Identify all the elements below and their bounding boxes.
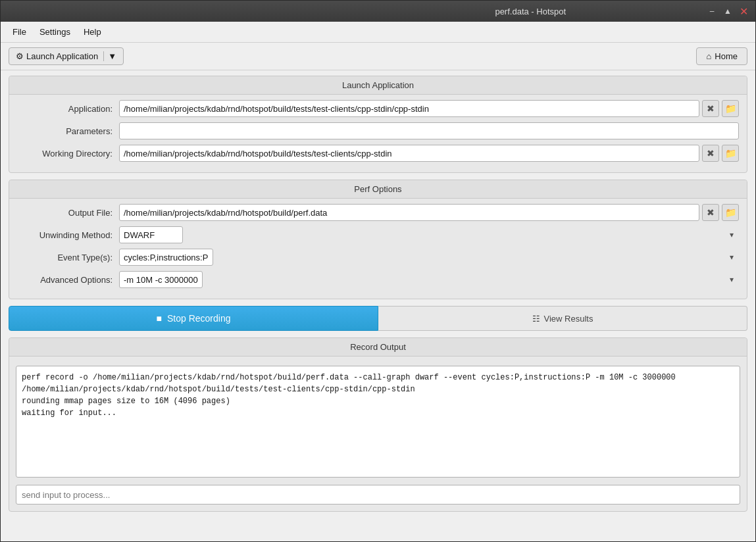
output-file-label: Output File: xyxy=(17,208,119,218)
output-file-input-wrap: ✖ 📁 xyxy=(119,204,739,221)
send-input[interactable] xyxy=(16,485,740,505)
application-row: Application: ✖ 📁 xyxy=(17,100,739,117)
launch-application-body: Application: ✖ 📁 Parameters: xyxy=(9,95,747,172)
working-dir-label: Working Directory: xyxy=(17,149,119,159)
parameters-input-wrap xyxy=(119,122,739,139)
advanced-options-row: Advanced Options: -m 10M -c 3000000 xyxy=(17,271,739,288)
unwinding-input-wrap: DWARF Frame Pointer xyxy=(119,226,739,243)
output-file-input[interactable] xyxy=(119,204,699,221)
stop-recording-label: Stop Recording xyxy=(167,313,231,324)
event-type-input-wrap: cycles:P,instructions:P xyxy=(119,249,739,266)
chart-icon: ☷ xyxy=(532,314,540,324)
output-file-browse-button[interactable]: 📁 xyxy=(722,204,739,221)
output-file-clear-button[interactable]: ✖ xyxy=(702,204,719,221)
application-clear-button[interactable]: ✖ xyxy=(702,100,719,117)
output-file-row: Output File: ✖ 📁 xyxy=(17,204,739,221)
stop-recording-button[interactable]: ■ Stop Recording xyxy=(9,306,378,331)
stop-icon: ■ xyxy=(157,313,162,324)
main-content: Launch Application Application: ✖ 📁 Para… xyxy=(1,70,755,541)
maximize-button[interactable]: ▲ xyxy=(721,5,734,18)
menu-settings[interactable]: Settings xyxy=(33,24,77,39)
application-browse-button[interactable]: 📁 xyxy=(722,100,739,117)
advanced-options-input-wrap: -m 10M -c 3000000 xyxy=(119,271,739,288)
unwinding-select[interactable]: DWARF Frame Pointer xyxy=(119,226,183,243)
unwinding-row: Unwinding Method: DWARF Frame Pointer xyxy=(17,226,739,243)
home-button-label: Home xyxy=(715,51,738,61)
home-icon: ⌂ xyxy=(706,51,711,61)
advanced-options-label: Advanced Options: xyxy=(17,275,119,285)
unwinding-select-wrap: DWARF Frame Pointer xyxy=(119,226,739,243)
working-dir-browse-button[interactable]: 📁 xyxy=(722,145,739,162)
working-dir-row: Working Directory: ✖ 📁 xyxy=(17,145,739,162)
main-window: perf.data - Hotspot – ▲ ✕ File Settings … xyxy=(0,0,756,542)
minimize-button[interactable]: – xyxy=(705,5,718,18)
launch-button-label: Launch Application xyxy=(26,51,98,61)
application-input-wrap: ✖ 📁 xyxy=(119,100,739,117)
view-results-label: View Results xyxy=(544,314,593,324)
close-button[interactable]: ✕ xyxy=(737,5,750,18)
launch-application-panel: Launch Application Application: ✖ 📁 Para… xyxy=(9,76,747,173)
output-textarea[interactable] xyxy=(16,366,740,478)
view-results-button[interactable]: ☷ View Results xyxy=(378,306,747,331)
menu-file[interactable]: File xyxy=(6,24,33,39)
unwinding-label: Unwinding Method: xyxy=(17,230,119,240)
working-dir-input[interactable] xyxy=(119,145,699,162)
chevron-down-icon: ▼ xyxy=(103,51,116,61)
parameters-row: Parameters: xyxy=(17,122,739,139)
application-input[interactable] xyxy=(119,100,699,117)
event-type-row: Event Type(s): cycles:P,instructions:P xyxy=(17,249,739,266)
window-title: perf.data - Hotspot xyxy=(356,7,706,16)
working-dir-input-wrap: ✖ 📁 xyxy=(119,145,739,162)
record-output-panel: Record Output xyxy=(9,337,747,512)
parameters-input[interactable] xyxy=(119,122,739,139)
advanced-options-select-wrap: -m 10M -c 3000000 xyxy=(119,271,739,288)
record-output-title: Record Output xyxy=(9,338,747,357)
titlebar: perf.data - Hotspot – ▲ ✕ xyxy=(1,1,755,22)
working-dir-clear-button[interactable]: ✖ xyxy=(702,145,719,162)
perf-options-panel: Perf Options Output File: ✖ 📁 Unwinding … xyxy=(9,180,747,299)
titlebar-controls: – ▲ ✕ xyxy=(705,5,750,18)
launch-application-button[interactable]: ⚙ Launch Application ▼ xyxy=(9,47,124,65)
event-type-select[interactable]: cycles:P,instructions:P xyxy=(119,249,213,266)
launch-application-title: Launch Application xyxy=(9,76,747,95)
menubar: File Settings Help xyxy=(1,22,755,43)
perf-options-title: Perf Options xyxy=(9,180,747,199)
output-body xyxy=(9,357,747,511)
toolbar: ⚙ Launch Application ▼ ⌂ Home xyxy=(1,43,755,70)
perf-options-body: Output File: ✖ 📁 Unwinding Method: DWARF xyxy=(9,199,747,299)
gear-icon: ⚙ xyxy=(16,51,24,61)
parameters-label: Parameters: xyxy=(17,126,119,136)
event-type-label: Event Type(s): xyxy=(17,253,119,262)
advanced-options-select[interactable]: -m 10M -c 3000000 xyxy=(119,271,203,288)
home-button[interactable]: ⌂ Home xyxy=(696,47,747,65)
application-label: Application: xyxy=(17,104,119,114)
event-type-select-wrap: cycles:P,instructions:P xyxy=(119,249,739,266)
menu-help[interactable]: Help xyxy=(77,24,108,39)
action-bar: ■ Stop Recording ☷ View Results xyxy=(9,306,747,331)
